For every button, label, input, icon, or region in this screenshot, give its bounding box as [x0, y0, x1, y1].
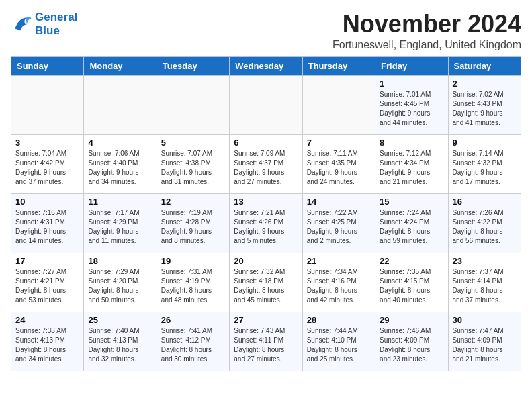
logo-text: General Blue: [35, 11, 77, 37]
col-sunday: Sunday: [11, 56, 84, 75]
day-number: 28: [307, 315, 371, 325]
table-row: 18Sunrise: 7:29 AM Sunset: 4:20 PM Dayli…: [84, 253, 157, 312]
day-number: 27: [234, 315, 298, 325]
day-number: 24: [15, 315, 79, 325]
day-info: Sunrise: 7:24 AM Sunset: 4:24 PM Dayligh…: [380, 208, 443, 246]
day-number: 19: [161, 256, 225, 266]
table-row: 12Sunrise: 7:19 AM Sunset: 4:28 PM Dayli…: [157, 193, 229, 253]
table-row: 8Sunrise: 7:12 AM Sunset: 4:34 PM Daylig…: [375, 134, 448, 193]
table-row: 2Sunrise: 7:02 AM Sunset: 4:43 PM Daylig…: [448, 75, 521, 134]
day-info: Sunrise: 7:46 AM Sunset: 4:09 PM Dayligh…: [380, 326, 443, 364]
day-number: 20: [234, 256, 298, 266]
table-row: 9Sunrise: 7:14 AM Sunset: 4:32 PM Daylig…: [448, 134, 521, 193]
day-info: Sunrise: 7:35 AM Sunset: 4:15 PM Dayligh…: [380, 267, 443, 305]
day-info: Sunrise: 7:26 AM Sunset: 4:22 PM Dayligh…: [453, 208, 517, 246]
table-row: 16Sunrise: 7:26 AM Sunset: 4:22 PM Dayli…: [448, 193, 521, 253]
day-number: 8: [380, 138, 443, 148]
col-wednesday: Wednesday: [230, 56, 302, 75]
day-number: 11: [88, 197, 152, 207]
day-number: 12: [161, 197, 225, 207]
day-info: Sunrise: 7:19 AM Sunset: 4:28 PM Dayligh…: [161, 208, 225, 246]
calendar-title-area: November 2024 Fortuneswell, England, Uni…: [332, 11, 521, 51]
table-row: 10Sunrise: 7:16 AM Sunset: 4:31 PM Dayli…: [11, 193, 84, 253]
calendar-week-row: 17Sunrise: 7:27 AM Sunset: 4:21 PM Dayli…: [11, 253, 521, 312]
day-number: 2: [453, 79, 517, 89]
col-thursday: Thursday: [302, 56, 375, 75]
page-header: General Blue November 2024 Fortuneswell,…: [11, 11, 521, 51]
table-row: 26Sunrise: 7:41 AM Sunset: 4:12 PM Dayli…: [157, 312, 229, 371]
table-row: 25Sunrise: 7:40 AM Sunset: 4:13 PM Dayli…: [84, 312, 157, 371]
table-row: 14Sunrise: 7:22 AM Sunset: 4:25 PM Dayli…: [302, 193, 375, 253]
day-info: Sunrise: 7:40 AM Sunset: 4:13 PM Dayligh…: [88, 326, 152, 364]
table-row: 20Sunrise: 7:32 AM Sunset: 4:18 PM Dayli…: [230, 253, 302, 312]
day-number: 21: [307, 256, 371, 266]
table-row: 22Sunrise: 7:35 AM Sunset: 4:15 PM Dayli…: [375, 253, 448, 312]
day-number: 3: [15, 138, 79, 148]
day-number: 9: [453, 138, 517, 148]
col-tuesday: Tuesday: [157, 56, 229, 75]
col-saturday: Saturday: [448, 56, 521, 75]
calendar-table: Sunday Monday Tuesday Wednesday Thursday…: [11, 56, 521, 371]
day-number: 18: [88, 256, 152, 266]
day-info: Sunrise: 7:04 AM Sunset: 4:42 PM Dayligh…: [15, 149, 79, 187]
day-info: Sunrise: 7:27 AM Sunset: 4:21 PM Dayligh…: [15, 267, 79, 305]
day-number: 13: [234, 197, 298, 207]
table-row: 17Sunrise: 7:27 AM Sunset: 4:21 PM Dayli…: [11, 253, 84, 312]
table-row: 28Sunrise: 7:44 AM Sunset: 4:10 PM Dayli…: [302, 312, 375, 371]
day-info: Sunrise: 7:21 AM Sunset: 4:26 PM Dayligh…: [234, 208, 298, 246]
calendar-week-row: 10Sunrise: 7:16 AM Sunset: 4:31 PM Dayli…: [11, 193, 521, 253]
table-row: 3Sunrise: 7:04 AM Sunset: 4:42 PM Daylig…: [11, 134, 84, 193]
table-row: 29Sunrise: 7:46 AM Sunset: 4:09 PM Dayli…: [375, 312, 448, 371]
table-row: 13Sunrise: 7:21 AM Sunset: 4:26 PM Dayli…: [230, 193, 302, 253]
day-info: Sunrise: 7:07 AM Sunset: 4:38 PM Dayligh…: [161, 149, 225, 187]
day-info: Sunrise: 7:31 AM Sunset: 4:19 PM Dayligh…: [161, 267, 225, 305]
day-number: 22: [380, 256, 443, 266]
table-row: [84, 75, 157, 134]
table-row: 21Sunrise: 7:34 AM Sunset: 4:16 PM Dayli…: [302, 253, 375, 312]
calendar-header-row: Sunday Monday Tuesday Wednesday Thursday…: [11, 56, 521, 75]
day-info: Sunrise: 7:32 AM Sunset: 4:18 PM Dayligh…: [234, 267, 298, 305]
table-row: 27Sunrise: 7:43 AM Sunset: 4:11 PM Dayli…: [230, 312, 302, 371]
logo-icon: [11, 13, 32, 35]
calendar-week-row: 1Sunrise: 7:01 AM Sunset: 4:45 PM Daylig…: [11, 75, 521, 134]
day-info: Sunrise: 7:01 AM Sunset: 4:45 PM Dayligh…: [380, 90, 443, 128]
day-number: 30: [453, 315, 517, 325]
table-row: 11Sunrise: 7:17 AM Sunset: 4:29 PM Dayli…: [84, 193, 157, 253]
day-number: 7: [307, 138, 371, 148]
day-number: 29: [380, 315, 443, 325]
table-row: [157, 75, 229, 134]
day-info: Sunrise: 7:34 AM Sunset: 4:16 PM Dayligh…: [307, 267, 371, 305]
day-info: Sunrise: 7:44 AM Sunset: 4:10 PM Dayligh…: [307, 326, 371, 364]
table-row: 5Sunrise: 7:07 AM Sunset: 4:38 PM Daylig…: [157, 134, 229, 193]
day-number: 10: [15, 197, 79, 207]
day-info: Sunrise: 7:43 AM Sunset: 4:11 PM Dayligh…: [234, 326, 298, 364]
day-number: 16: [453, 197, 517, 207]
day-info: Sunrise: 7:37 AM Sunset: 4:14 PM Dayligh…: [453, 267, 517, 305]
day-number: 6: [234, 138, 298, 148]
table-row: 1Sunrise: 7:01 AM Sunset: 4:45 PM Daylig…: [375, 75, 448, 134]
table-row: 7Sunrise: 7:11 AM Sunset: 4:35 PM Daylig…: [302, 134, 375, 193]
day-number: 4: [88, 138, 152, 148]
day-info: Sunrise: 7:16 AM Sunset: 4:31 PM Dayligh…: [15, 208, 79, 246]
day-info: Sunrise: 7:14 AM Sunset: 4:32 PM Dayligh…: [453, 149, 517, 187]
day-number: 5: [161, 138, 225, 148]
day-number: 23: [453, 256, 517, 266]
day-info: Sunrise: 7:09 AM Sunset: 4:37 PM Dayligh…: [234, 149, 298, 187]
table-row: [230, 75, 302, 134]
day-number: 26: [161, 315, 225, 325]
day-info: Sunrise: 7:41 AM Sunset: 4:12 PM Dayligh…: [161, 326, 225, 364]
col-friday: Friday: [375, 56, 448, 75]
table-row: 4Sunrise: 7:06 AM Sunset: 4:40 PM Daylig…: [84, 134, 157, 193]
month-title: November 2024: [332, 11, 521, 38]
day-info: Sunrise: 7:38 AM Sunset: 4:13 PM Dayligh…: [15, 326, 79, 364]
day-number: 14: [307, 197, 371, 207]
day-number: 1: [380, 79, 443, 89]
day-info: Sunrise: 7:02 AM Sunset: 4:43 PM Dayligh…: [453, 90, 517, 128]
col-monday: Monday: [84, 56, 157, 75]
logo: General Blue: [11, 11, 77, 37]
day-number: 17: [15, 256, 79, 266]
day-info: Sunrise: 7:06 AM Sunset: 4:40 PM Dayligh…: [88, 149, 152, 187]
day-info: Sunrise: 7:22 AM Sunset: 4:25 PM Dayligh…: [307, 208, 371, 246]
table-row: [302, 75, 375, 134]
table-row: [11, 75, 84, 134]
